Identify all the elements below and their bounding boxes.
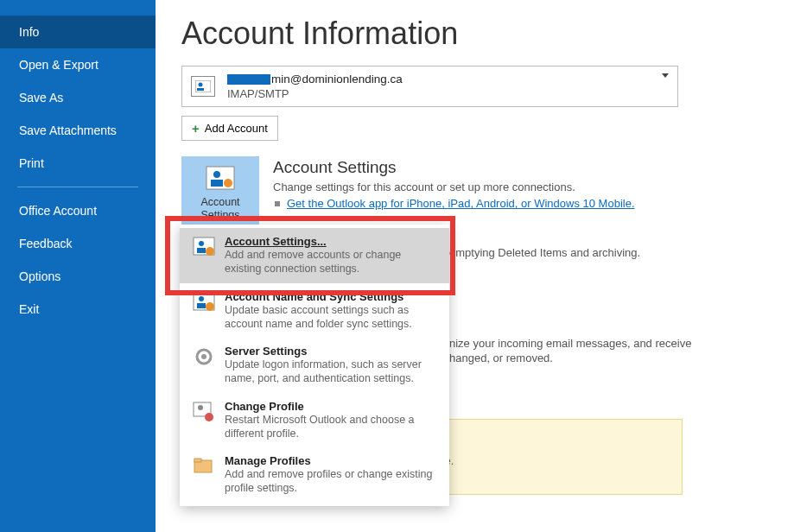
account-card-icon	[191, 76, 215, 97]
menu-change-profile[interactable]: Change Profile Restart Microsoft Outlook…	[180, 393, 449, 448]
account-settings-title: Account Settings	[273, 158, 768, 177]
menu-desc: Update logon information, such as server…	[225, 358, 437, 386]
plus-icon: +	[192, 121, 200, 136]
svg-point-10	[206, 247, 214, 256]
menu-title: Server Settings	[225, 345, 437, 358]
sidebar-item-save-as[interactable]: Save As	[0, 81, 156, 114]
menu-desc: Add and remove accounts or change existi…	[225, 248, 437, 276]
backstage-sidebar: Info Open & Export Save As Save Attachme…	[0, 0, 156, 532]
sidebar-item-save-attachments[interactable]: Save Attachments	[0, 114, 156, 147]
menu-title: Change Profile	[225, 400, 437, 413]
menu-manage-profiles[interactable]: Manage Profiles Add and remove profiles …	[180, 447, 449, 503]
account-settings-menu-icon	[192, 235, 216, 259]
gear-icon	[192, 345, 216, 369]
get-outlook-app-link[interactable]: Get the Outlook app for iPhone, iPad, An…	[287, 197, 635, 210]
menu-account-settings[interactable]: Account Settings... Add and remove accou…	[180, 228, 449, 283]
profile-change-icon	[192, 400, 216, 424]
page-title: Account Information	[181, 16, 768, 52]
sidebar-item-open-export[interactable]: Open & Export	[0, 48, 156, 81]
rules-partial-line2: hanged, or removed.	[449, 352, 553, 364]
svg-rect-5	[211, 180, 223, 187]
redacted-block	[227, 74, 270, 85]
svg-point-4	[213, 171, 220, 178]
account-email: min@dominionlending.ca	[227, 72, 669, 87]
account-settings-button-label: Account Settings	[200, 196, 239, 221]
account-selector[interactable]: min@dominionlending.ca IMAP/SMTP	[181, 66, 678, 107]
chevron-down-icon	[662, 73, 669, 78]
svg-rect-13	[197, 303, 206, 308]
svg-point-18	[198, 405, 203, 410]
sidebar-item-exit[interactable]: Exit	[0, 293, 156, 326]
add-account-label: Add Account	[205, 122, 268, 135]
menu-title: Account Settings...	[225, 235, 437, 248]
svg-point-8	[199, 241, 204, 246]
menu-account-name-sync[interactable]: Account Name and Sync Settings Update ba…	[180, 283, 449, 339]
svg-rect-21	[194, 459, 201, 462]
menu-desc: Update basic account settings such as ac…	[225, 303, 437, 332]
account-settings-desc: Change settings for this account or set …	[273, 180, 768, 193]
menu-title: Manage Profiles	[225, 454, 437, 467]
svg-point-19	[205, 413, 213, 421]
rules-partial-line1: nize your incoming email messages, and r…	[449, 337, 691, 350]
svg-point-1	[199, 83, 203, 87]
menu-desc: Restart Microsoft Outlook and choose a d…	[225, 413, 437, 441]
add-account-button[interactable]: + Add Account	[181, 116, 278, 141]
svg-rect-2	[197, 88, 204, 91]
account-settings-dropdown: Account Settings... Add and remove accou…	[180, 225, 449, 506]
sidebar-item-print[interactable]: Print	[0, 147, 156, 180]
menu-desc: Add and remove profiles or change existi…	[225, 467, 437, 496]
menu-server-settings[interactable]: Server Settings Update logon information…	[180, 338, 449, 393]
sidebar-item-office-account[interactable]: Office Account	[0, 194, 156, 227]
sidebar-item-info[interactable]: Info	[0, 16, 156, 48]
account-sync-icon	[192, 290, 216, 314]
svg-rect-9	[197, 248, 206, 253]
sidebar-item-feedback[interactable]: Feedback	[0, 227, 156, 260]
account-settings-icon	[202, 163, 238, 193]
svg-point-12	[199, 296, 204, 301]
bullet-icon	[275, 201, 280, 206]
svg-point-14	[206, 302, 214, 311]
svg-point-16	[201, 354, 206, 359]
svg-point-6	[224, 179, 232, 187]
menu-title: Account Name and Sync Settings	[225, 290, 437, 303]
sidebar-item-options[interactable]: Options	[0, 260, 156, 293]
account-type: IMAP/SMTP	[227, 87, 669, 102]
account-settings-button[interactable]: Account Settings	[181, 156, 259, 229]
mailbox-partial-text: emptying Deleted Items and archiving.	[449, 246, 640, 259]
profiles-folder-icon	[192, 454, 216, 478]
sidebar-divider	[17, 187, 138, 187]
